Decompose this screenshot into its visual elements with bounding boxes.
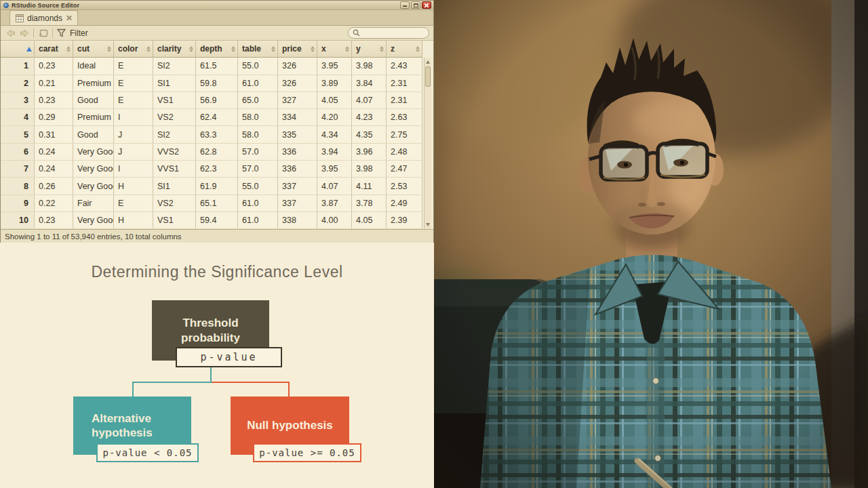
status-text: Showing 1 to 11 of 53,940 entries, 10 to… [5,232,182,241]
table-cell: VVS1 [153,161,196,178]
table-cell: J [114,126,153,143]
table-cell: 0.23 [35,92,73,109]
table-cell: 59.8 [196,75,238,92]
table-cell: 58.0 [238,109,278,126]
column-header-depth[interactable]: depth [196,41,238,58]
table-cell: H [114,178,153,195]
sort-toggle-icon [189,46,193,52]
table-cell: 2.31 [387,92,422,109]
toolbar-separator [33,28,34,38]
column-header-rownum[interactable] [1,41,35,58]
table-cell: 3.84 [352,75,387,92]
table-cell: 4.34 [317,126,352,143]
table-cell: 337 [278,178,317,195]
table-cell: 3.98 [352,58,387,75]
table-cell: 2.48 [387,144,422,161]
back-button[interactable] [6,29,16,37]
sort-toggle-icon [231,46,235,52]
table-cell: J [114,144,153,161]
table-cell: E [114,75,153,92]
filter-label[interactable]: Filter [70,28,88,38]
table-cell: 59.4 [196,212,238,229]
tab-diamonds[interactable]: diamonds [9,10,78,25]
column-header-carat[interactable]: carat [35,41,73,58]
sort-toggle-icon [380,46,384,52]
forward-button[interactable] [20,29,29,37]
sort-toggle-icon [66,46,71,52]
table-cell: 58.0 [238,126,278,143]
table-cell: 0.24 [35,144,73,161]
table-cell: 4.11 [352,178,387,195]
table-cell: 0.24 [35,161,73,178]
presenter-illustration [434,0,868,488]
open-in-new-window-button[interactable] [38,28,48,37]
rstudio-icon [3,3,9,8]
close-button[interactable] [422,1,431,9]
table-cell: 335 [278,126,317,143]
connector-right-branch [212,382,290,383]
table-cell: SI2 [153,58,196,75]
row-number-cell: 2 [1,75,35,92]
filter-funnel-icon [57,28,66,37]
sort-ascending-icon [26,47,32,52]
window-titlebar[interactable]: RStudio Source Editor [1,1,433,10]
minimize-button[interactable] [400,1,410,9]
table-cell: 61.9 [196,178,238,195]
column-header-z[interactable]: z [387,41,422,58]
sort-toggle-icon [146,46,151,52]
table-cell: 3.95 [317,161,352,178]
search-icon [353,29,360,37]
table-cell: 0.29 [35,109,73,126]
scrollbar-thumb[interactable] [425,66,431,87]
table-cell: Fair [73,195,114,212]
table-cell: I [114,109,153,126]
table-cell: 2.75 [387,126,422,143]
row-number-cell: 3 [1,92,35,109]
tab-label: diamonds [27,14,62,23]
column-header-x[interactable]: x [317,41,352,58]
row-number-cell: 6 [1,144,35,161]
table-cell: 337 [278,195,317,212]
table-cell: 4.05 [317,92,352,109]
table-cell: 4.23 [352,109,387,126]
scroll-up-icon[interactable] [426,60,430,64]
maximize-button[interactable] [411,1,420,9]
slide-title: Determining the Significance Level [0,263,434,281]
filter-button[interactable] [57,28,66,37]
column-header-clarity[interactable]: clarity [153,41,196,58]
close-icon [424,3,429,8]
table-cell: 4.20 [317,109,352,126]
search-input[interactable] [363,29,424,37]
table-cell: 3.87 [317,195,352,212]
table-cell: SI2 [153,126,196,143]
table-cell: Very Good [73,212,114,229]
column-header-table[interactable]: table [238,41,278,58]
table-cell: 4.05 [352,212,387,229]
table-grid-icon [16,14,24,22]
p-value-box: p-value [176,347,282,367]
table-cell: 338 [278,212,317,229]
scroll-down-icon[interactable] [426,223,430,226]
table-cell: Ideal [73,58,114,75]
connector-left-drop [132,382,134,397]
column-header-price[interactable]: price [278,41,317,58]
table-cell: 336 [278,161,317,178]
column-header-color[interactable]: color [114,41,153,58]
table-cell: 3.95 [317,58,352,75]
toolbar: Filter [1,26,433,41]
search-box[interactable] [348,27,429,39]
tab-close-icon[interactable] [66,15,72,21]
table-cell: 0.23 [35,58,73,75]
sort-toggle-icon [311,46,315,52]
table-cell: 327 [278,92,317,109]
table-cell: 4.35 [352,126,387,143]
window-title: RStudio Source Editor [12,2,400,9]
table-cell: Very Good [73,144,114,161]
column-header-cut[interactable]: cut [73,41,114,58]
connector-right-drop [288,382,290,397]
row-number-cell: 8 [1,178,35,195]
table-cell: 62.3 [196,161,238,178]
column-header-y[interactable]: y [352,41,387,58]
vertical-scrollbar[interactable] [424,58,431,229]
table-cell: 62.8 [196,144,238,161]
